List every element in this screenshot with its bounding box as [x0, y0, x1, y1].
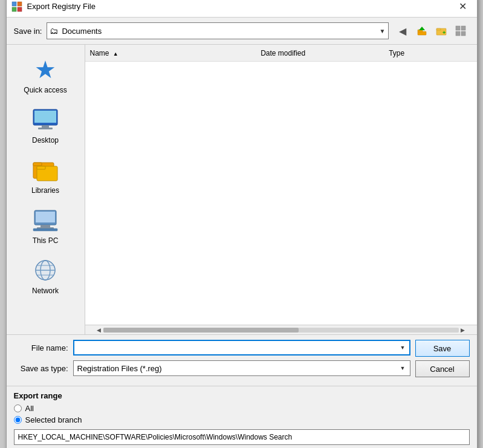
save-in-dropdown[interactable]: 🗂 Documents ▼	[47, 22, 388, 39]
sidebar: ★ Quick access Desktop	[7, 45, 85, 334]
title-bar: Export Registry File ✕	[7, 0, 477, 18]
save-button[interactable]: Save	[415, 340, 470, 357]
all-radio[interactable]	[14, 404, 22, 412]
svg-rect-21	[37, 166, 45, 169]
libraries-label: Libraries	[31, 186, 59, 195]
this-pc-label: This PC	[33, 236, 59, 245]
toolbar: Save in: 🗂 Documents ▼ ◀ +	[7, 18, 477, 44]
file-name-input[interactable]	[73, 340, 410, 355]
svg-rect-0	[12, 2, 16, 6]
save-as-type-label: Save as type:	[14, 364, 68, 373]
sidebar-item-desktop[interactable]: Desktop	[12, 101, 79, 149]
svg-rect-26	[33, 229, 57, 231]
quick-access-label: Quick access	[24, 86, 66, 94]
desktop-label: Desktop	[32, 136, 59, 144]
network-label: Network	[32, 287, 59, 295]
back-button[interactable]: ◀	[394, 22, 412, 39]
all-radio-label[interactable]: All	[25, 404, 34, 413]
scroll-thumb[interactable]	[103, 328, 299, 333]
all-radio-row: All	[14, 404, 470, 413]
this-pc-icon	[31, 206, 60, 235]
dialog-title: Export Registry File	[27, 2, 454, 11]
svg-rect-12	[456, 31, 460, 36]
svg-rect-10	[456, 26, 460, 30]
svg-point-32	[36, 261, 55, 280]
svg-rect-11	[461, 26, 465, 30]
form-rows: File name: Save as type: Registration Fi…	[14, 340, 410, 381]
network-icon	[31, 256, 60, 285]
export-range-title: Export range	[14, 391, 470, 400]
file-name-label: File name:	[14, 343, 68, 352]
scroll-left-button[interactable]: ◀	[95, 327, 103, 333]
quick-access-icon: ★	[31, 55, 60, 84]
sort-arrow-icon: ▲	[113, 51, 118, 57]
svg-rect-24	[41, 225, 50, 227]
save-as-type-row: Save as type: Registration Files (*.reg)…	[14, 360, 410, 376]
svg-rect-16	[42, 125, 49, 128]
col-name-header[interactable]: Name ▲	[88, 49, 261, 57]
sidebar-item-this-pc[interactable]: This PC	[12, 201, 79, 249]
sidebar-item-libraries[interactable]: Libraries	[12, 151, 79, 199]
svg-rect-1	[18, 2, 22, 6]
save-as-type-select[interactable]: Registration Files (*.reg) All Files (*.…	[73, 360, 410, 376]
svg-text:+: +	[442, 30, 446, 36]
svg-rect-3	[18, 7, 22, 11]
sidebar-item-network[interactable]: Network	[12, 252, 79, 299]
close-button[interactable]: ✕	[454, 0, 472, 14]
scroll-track[interactable]	[103, 328, 459, 333]
file-list-area: Name ▲ Date modified Type ◀ ▶	[85, 45, 477, 334]
folder-icon: 🗂	[50, 26, 58, 36]
svg-rect-13	[461, 31, 465, 36]
action-buttons: Save Cancel	[415, 340, 470, 377]
col-type-header[interactable]: Type	[389, 49, 474, 57]
save-in-label: Save in:	[14, 27, 42, 36]
svg-rect-19	[33, 163, 42, 166]
libraries-icon	[31, 155, 60, 184]
main-area: ★ Quick access Desktop	[7, 44, 477, 334]
nav-buttons: ◀ +	[394, 22, 470, 39]
sidebar-item-quick-access[interactable]: ★ Quick access	[12, 51, 79, 99]
svg-rect-8	[436, 28, 441, 30]
new-folder-button[interactable]: +	[432, 22, 450, 39]
save-in-value: Documents	[62, 27, 377, 36]
cancel-button[interactable]: Cancel	[415, 360, 470, 377]
selected-branch-radio[interactable]	[14, 416, 22, 424]
file-name-row: File name:	[14, 340, 410, 355]
svg-rect-15	[34, 111, 56, 123]
selected-branch-radio-row: Selected branch	[14, 415, 470, 424]
file-list-content	[85, 62, 477, 325]
registry-app-icon	[11, 1, 22, 12]
up-button[interactable]	[413, 22, 431, 39]
bottom-form: File name: Save as type: Registration Fi…	[7, 334, 477, 386]
selected-branch-label[interactable]: Selected branch	[25, 415, 82, 424]
export-registry-dialog: Export Registry File ✕ Save in: 🗂 Docume…	[6, 0, 478, 448]
svg-rect-23	[36, 212, 55, 222]
file-list-header: Name ▲ Date modified Type	[85, 45, 477, 62]
view-button[interactable]	[452, 22, 470, 39]
branch-value-input[interactable]	[14, 429, 470, 445]
desktop-icon	[31, 105, 60, 134]
svg-rect-17	[38, 128, 53, 129]
save-as-type-select-wrap: Registration Files (*.reg) All Files (*.…	[73, 360, 410, 376]
col-date-header[interactable]: Date modified	[261, 49, 389, 57]
svg-marker-6	[419, 27, 425, 30]
horizontal-scrollbar[interactable]: ◀ ▶	[85, 325, 477, 334]
scroll-right-button[interactable]: ▶	[459, 327, 467, 333]
form-rows-and-buttons: File name: Save as type: Registration Fi…	[14, 340, 470, 381]
export-range-section: Export range All Selected branch	[7, 386, 477, 448]
file-name-input-wrap	[73, 340, 410, 355]
svg-rect-2	[12, 7, 16, 11]
combo-arrow-icon: ▼	[380, 28, 386, 34]
